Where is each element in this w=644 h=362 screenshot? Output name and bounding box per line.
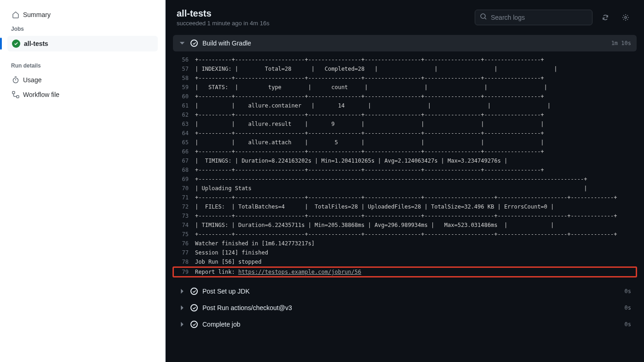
log-line-number: 63: [173, 119, 195, 129]
log-line-text: Report link: https://testops.example.com…: [195, 267, 361, 277]
search-logs-field[interactable]: [475, 10, 592, 25]
success-icon: [190, 321, 198, 328]
log-line-text: Session [124] finished: [195, 248, 268, 257]
step-title: Post Set up JDK: [202, 288, 620, 295]
log-line-number: 58: [173, 74, 195, 83]
log-line-number: 62: [173, 110, 195, 119]
sidebar-item-workflow-file[interactable]: Workflow file: [7, 87, 158, 102]
log-line: 70| Uploading Stats |: [173, 184, 637, 193]
log-line-text: | STATS: | type | count | | | |: [195, 83, 547, 92]
job-subtitle: succeeded 1 minute ago in 4m 16s: [177, 20, 270, 27]
log-line-number: 57: [173, 64, 195, 74]
sidebar: Summary Jobs all-tests Run details Usage…: [0, 0, 166, 362]
sidebar-header-jobs: Jobs: [7, 22, 158, 36]
log-line: 72| FILES: | TotalBatches=4 | TotalFiles…: [173, 202, 637, 211]
log-line: 76Watcher finished in [1m6.142773217s]: [173, 239, 637, 248]
log-line-text: +---------------------------------------…: [195, 175, 587, 184]
step-title: Build with Gradle: [202, 40, 607, 47]
log-line: 78Job Run [56] stopped: [173, 257, 637, 266]
log-line: 59| STATS: | type | count | | | |: [173, 83, 637, 92]
log-line: 58+----------+---------------------+----…: [173, 74, 637, 83]
log-line-text: | TIMINGS: | Duration=8.224163202s | Min…: [195, 156, 507, 165]
log-line-number: 71: [173, 193, 195, 202]
log-line: 56+----------+---------------------+----…: [173, 55, 637, 64]
job-header: all-tests succeeded 1 minute ago in 4m 1…: [166, 0, 644, 35]
chevron-right-icon: [178, 321, 186, 328]
svg-rect-2: [17, 96, 19, 98]
log-line: 69+-------------------------------------…: [173, 175, 637, 184]
step-time: 0s: [625, 305, 631, 311]
log-line-text: Job Run [56] stopped: [195, 257, 262, 266]
log-line: 64+----------+---------------------+----…: [173, 129, 637, 138]
log-line: 77Session [124] finished: [173, 248, 637, 257]
log-line-text: +----------+---------------------+------…: [195, 230, 617, 239]
report-link[interactable]: https://testops.example.com/jobrun/56: [238, 269, 361, 275]
log-line-text: +----------+---------------------+------…: [195, 74, 544, 83]
sidebar-item-label: Usage: [23, 76, 41, 84]
step-post-checkout[interactable]: Post Run actions/checkout@v3 0s: [173, 300, 637, 316]
log-line-highlighted: 79Report link: https://testops.example.c…: [173, 267, 637, 277]
log-line-number: 68: [173, 165, 195, 175]
log-line-number: 70: [173, 184, 195, 193]
main-panel: all-tests succeeded 1 minute ago in 4m 1…: [166, 0, 644, 362]
step-time: 0s: [625, 288, 631, 294]
log-line-number: 66: [173, 147, 195, 156]
sidebar-header-run-details: Run details: [7, 59, 158, 73]
log-line-text: +----------+---------------------+------…: [195, 193, 617, 202]
log-line-number: 75: [173, 230, 195, 239]
log-line-number: 65: [173, 138, 195, 147]
log-line-number: 73: [173, 211, 195, 221]
sidebar-item-all-tests[interactable]: all-tests: [7, 36, 158, 51]
log-line-text: Watcher finished in [1m6.142773217s]: [195, 239, 315, 248]
sidebar-item-label: Summary: [23, 11, 51, 18]
refresh-button[interactable]: [598, 10, 613, 25]
log-line-text: +----------+---------------------+------…: [195, 129, 544, 138]
job-title: all-tests: [177, 8, 270, 19]
log-line-text: | Uploading Stats |: [195, 184, 587, 193]
log-line-text: | | allure.attach | 5 | | | |: [195, 138, 544, 147]
log-line-text: | | allure.container | 14 | | | |: [195, 101, 551, 110]
log-line-number: 76: [173, 239, 195, 248]
log-line: 66+----------+---------------------+----…: [173, 147, 637, 156]
log-line-number: 56: [173, 55, 195, 64]
log-line-number: 79: [173, 267, 195, 277]
log-line-text: +----------+---------------------+------…: [195, 110, 544, 119]
log-line: 61| | allure.container | 14 | | | |: [173, 101, 637, 110]
log-line: 73+----------+---------------------+----…: [173, 211, 637, 221]
sidebar-item-usage[interactable]: Usage: [7, 73, 158, 87]
log-line: 75+----------+---------------------+----…: [173, 230, 637, 239]
chevron-down-icon: [178, 40, 186, 47]
log-line: 68+----------+---------------------+----…: [173, 165, 637, 175]
step-complete-job[interactable]: Complete job 0s: [173, 316, 637, 333]
search-input[interactable]: [491, 14, 587, 21]
workflow-icon: [12, 91, 19, 98]
log-line-number: 74: [173, 221, 195, 230]
log-line: 57| INDEXING: | Total=28 | Completed=28 …: [173, 64, 637, 74]
log-output: 56+----------+---------------------+----…: [173, 51, 637, 283]
sidebar-item-label: Workflow file: [23, 91, 59, 98]
step-post-jdk[interactable]: Post Set up JDK 0s: [173, 283, 637, 300]
svg-point-4: [625, 17, 627, 18]
log-line-number: 61: [173, 101, 195, 110]
log-line-text: +----------+---------------------+------…: [195, 211, 617, 221]
log-line-text: | INDEXING: | Total=28 | Completed=28 | …: [195, 64, 557, 74]
log-line: 67| TIMINGS: | Duration=8.224163202s | M…: [173, 156, 637, 165]
search-icon: [480, 13, 487, 22]
step-build-gradle[interactable]: Build with Gradle 1m 10s: [173, 35, 637, 51]
settings-button[interactable]: [618, 10, 633, 25]
svg-point-3: [481, 14, 485, 18]
step-time: 1m 10s: [611, 40, 631, 46]
success-icon: [190, 288, 198, 295]
log-line: 74| TIMINGS: | Duration=6.22435711s | Mi…: [173, 221, 637, 230]
step-title: Complete job: [202, 321, 620, 328]
log-line: 71+----------+---------------------+----…: [173, 193, 637, 202]
log-line-number: 60: [173, 92, 195, 101]
log-line-text: +----------+---------------------+------…: [195, 92, 544, 101]
sidebar-item-label: all-tests: [24, 40, 48, 47]
log-line-number: 69: [173, 175, 195, 184]
log-line-number: 78: [173, 257, 195, 266]
success-icon: [190, 304, 198, 311]
success-icon: [12, 40, 20, 48]
log-line: 60+----------+---------------------+----…: [173, 92, 637, 101]
sidebar-item-summary[interactable]: Summary: [7, 7, 158, 22]
